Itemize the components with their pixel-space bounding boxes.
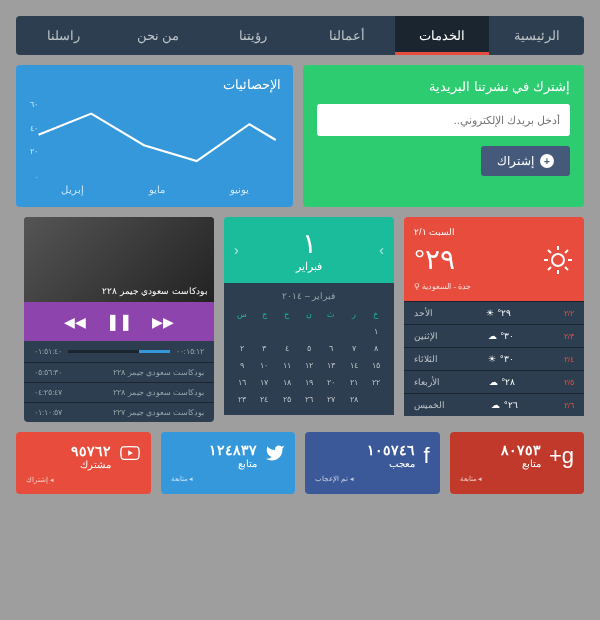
playlist-item[interactable]: بودكاست سعودي جيمر ٢٢٨٠٤:٢٥:٤٧ bbox=[24, 382, 214, 402]
gplus-count: ٨٠٧٥٣ bbox=[501, 442, 541, 458]
calendar-cell[interactable]: ١٤ bbox=[343, 358, 363, 373]
playlist-item[interactable]: بودكاست سعودي جيمر ٢٢٨٠٥:٥٦:٣٠ bbox=[24, 362, 214, 382]
calendar-day: ١ bbox=[234, 227, 384, 260]
gplus-action[interactable]: ◂ متابعة bbox=[460, 475, 575, 483]
player-artwork: بودكاست سعودي جيمر ٢٢٨ bbox=[24, 217, 214, 302]
calendar-cell[interactable]: ٣ bbox=[254, 341, 274, 356]
progress-bar[interactable] bbox=[68, 350, 169, 353]
weather-location: جدة - السعودية ⚲ bbox=[414, 282, 574, 291]
twitter-icon bbox=[265, 443, 285, 469]
calendar-cell[interactable] bbox=[232, 324, 252, 339]
forecast-row: ٢/٣٣٠° ☁الإثنين bbox=[404, 324, 584, 347]
chart-label: إبريل bbox=[61, 184, 84, 195]
newsletter-title: إشترك في نشرتنا البريدية bbox=[317, 79, 570, 94]
calendar-dow: خ bbox=[366, 307, 386, 322]
tw-action[interactable]: ◂ متابعة bbox=[171, 475, 286, 483]
fb-action[interactable]: ◂ تم الإعجاب bbox=[315, 475, 430, 483]
calendar-cell[interactable]: ١٢ bbox=[299, 358, 319, 373]
calendar-dow: ن bbox=[299, 307, 319, 322]
newsletter-widget: إشترك في نشرتنا البريدية + إشتراك bbox=[303, 65, 584, 207]
pause-button[interactable]: ❚❚ bbox=[106, 312, 132, 331]
media-player: بودكاست سعودي جيمر ٢٢٨ ▶▶ ❚❚ ◀◀ ٠٠:١٥:١٢… bbox=[24, 217, 214, 422]
calendar-header: فبراير – ٢٠١٤ bbox=[232, 291, 386, 307]
weather-widget: السبت ٢/١ ٢٩° جدة - السعودية ⚲ ٢/٢٢٩° ☀ا… bbox=[404, 217, 584, 422]
calendar-cell[interactable]: ٢٨ bbox=[343, 392, 363, 407]
stats-widget: الإحصائيات ٦٠ ٤٠ ٢٠ . يونيو مايو إبريل bbox=[16, 65, 293, 207]
social-gplus[interactable]: g+٨٠٧٥٣متابع ◂ متابعة bbox=[450, 432, 585, 494]
calendar-cell[interactable] bbox=[366, 392, 386, 407]
prev-button[interactable]: ▶▶ bbox=[152, 314, 174, 330]
ytick: . bbox=[30, 171, 38, 180]
calendar-cell[interactable]: ١١ bbox=[277, 358, 297, 373]
nav-contact[interactable]: راسلنا bbox=[16, 16, 111, 55]
ytick: ٦٠ bbox=[30, 100, 38, 109]
time-current: ٠١:٥١:٤٠ bbox=[34, 347, 62, 356]
calendar-cell[interactable]: ٢٧ bbox=[321, 392, 341, 407]
calendar-cell[interactable] bbox=[254, 324, 274, 339]
calendar-dow: ر bbox=[343, 307, 363, 322]
calendar-cell[interactable]: ٩ bbox=[232, 358, 252, 373]
svg-line-7 bbox=[548, 267, 551, 270]
calendar-cell[interactable]: ٢٠ bbox=[321, 375, 341, 390]
calendar-cell[interactable]: ١ bbox=[366, 324, 386, 339]
subscribe-label: إشتراك bbox=[497, 154, 534, 168]
calendar-next[interactable]: › bbox=[379, 242, 384, 258]
calendar-cell[interactable]: ١٠ bbox=[254, 358, 274, 373]
calendar-prev[interactable]: ‹ bbox=[234, 242, 239, 258]
social-twitter[interactable]: ١٢٤٨٣٧متابع ◂ متابعة bbox=[161, 432, 296, 494]
calendar-dow: ث bbox=[321, 307, 341, 322]
nav-vision[interactable]: رؤيتنا bbox=[205, 16, 300, 55]
line-chart: ٦٠ ٤٠ ٢٠ . bbox=[28, 100, 281, 180]
calendar-cell[interactable]: ٢ bbox=[232, 341, 252, 356]
calendar-cell[interactable]: ١٧ bbox=[254, 375, 274, 390]
calendar-cell[interactable]: ٥ bbox=[299, 341, 319, 356]
playlist-item[interactable]: بودكاست سعودي جيمر ٢٢٧٠١:١٠:٥٧ bbox=[24, 402, 214, 422]
calendar-cell[interactable]: ٢٦ bbox=[299, 392, 319, 407]
fb-label: معجب bbox=[367, 458, 415, 469]
next-button[interactable]: ◀◀ bbox=[64, 314, 86, 330]
stats-title: الإحصائيات bbox=[28, 77, 281, 92]
nav-home[interactable]: الرئيسية bbox=[489, 16, 584, 55]
forecast-row: ٢/٢٢٩° ☀الأحد bbox=[404, 301, 584, 324]
sun-icon bbox=[542, 244, 574, 276]
nav-about[interactable]: من نحن bbox=[111, 16, 206, 55]
main-nav: الرئيسية الخدمات أعمالنا رؤيتنا من نحن ر… bbox=[16, 16, 584, 55]
calendar-cell[interactable]: ١٦ bbox=[232, 375, 252, 390]
chart-label: يونيو bbox=[230, 184, 249, 195]
yt-label: مشترك bbox=[71, 459, 111, 470]
calendar-cell[interactable]: ٢١ bbox=[343, 375, 363, 390]
calendar-cell[interactable]: ٦ bbox=[321, 341, 341, 356]
calendar-cell[interactable]: ١٩ bbox=[299, 375, 319, 390]
now-playing-title: بودكاست سعودي جيمر ٢٢٨ bbox=[102, 286, 208, 296]
nav-works[interactable]: أعمالنا bbox=[300, 16, 395, 55]
calendar-cell[interactable]: ٨ bbox=[366, 341, 386, 356]
gplus-label: متابع bbox=[501, 458, 541, 469]
subscribe-button[interactable]: + إشتراك bbox=[481, 146, 570, 176]
calendar-cell[interactable]: ١٨ bbox=[277, 375, 297, 390]
social-facebook[interactable]: f١٠٥٧٤٦معجب ◂ تم الإعجاب bbox=[305, 432, 440, 494]
calendar-cell[interactable] bbox=[321, 324, 341, 339]
calendar-cell[interactable]: ٢٥ bbox=[277, 392, 297, 407]
calendar-cell[interactable] bbox=[277, 324, 297, 339]
svg-point-0 bbox=[552, 254, 564, 266]
social-youtube[interactable]: ٩٥٧٦٢مشترك ◂ إشتراك bbox=[16, 432, 151, 494]
tw-label: متابع bbox=[209, 458, 257, 469]
calendar-cell[interactable] bbox=[343, 324, 363, 339]
calendar-dow: ج bbox=[254, 307, 274, 322]
calendar-cell[interactable]: ١٥ bbox=[366, 358, 386, 373]
yt-action[interactable]: ◂ إشتراك bbox=[26, 476, 141, 484]
plus-icon: + bbox=[540, 154, 554, 168]
forecast-row: ٢/٤٣٠° ☀الثلاثاء bbox=[404, 347, 584, 370]
calendar-cell[interactable]: ٤ bbox=[277, 341, 297, 356]
forecast-row: ٢/٥٢٨° ☁الأربعاء bbox=[404, 370, 584, 393]
calendar-cell[interactable]: ٢٤ bbox=[254, 392, 274, 407]
calendar-cell[interactable]: ٧ bbox=[343, 341, 363, 356]
calendar-cell[interactable]: ٢٢ bbox=[366, 375, 386, 390]
weather-temp: ٢٩° bbox=[414, 243, 455, 276]
email-field[interactable] bbox=[317, 104, 570, 136]
calendar-cell[interactable] bbox=[299, 324, 319, 339]
nav-services[interactable]: الخدمات bbox=[395, 16, 490, 55]
calendar-cell[interactable]: ١٣ bbox=[321, 358, 341, 373]
calendar-dow: س bbox=[232, 307, 252, 322]
calendar-cell[interactable]: ٢٣ bbox=[232, 392, 252, 407]
